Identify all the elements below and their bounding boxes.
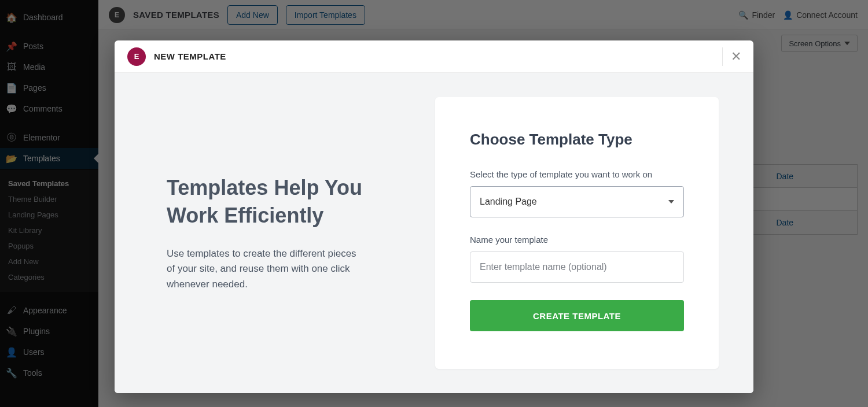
template-type-select[interactable]: Landing Page (470, 186, 684, 217)
modal-info-body: Use templates to create the different pi… (167, 246, 363, 292)
new-template-modal: E NEW TEMPLATE ✕ Templates Help You Work… (115, 40, 753, 393)
chevron-down-icon (668, 200, 674, 204)
template-type-label: Select the type of template you want to … (470, 169, 684, 179)
modal-close-button[interactable]: ✕ (722, 47, 741, 66)
template-name-label: Name your template (470, 235, 684, 245)
template-name-input[interactable] (470, 251, 684, 283)
template-type-value: Landing Page (480, 197, 537, 207)
close-icon: ✕ (731, 49, 741, 64)
modal-header: E NEW TEMPLATE ✕ (115, 40, 753, 73)
create-template-button[interactable]: CREATE TEMPLATE (470, 300, 684, 331)
modal-form-panel: Choose Template Type Select the type of … (435, 97, 719, 369)
modal-info-heading: Templates Help You Work Efficiently (167, 174, 400, 230)
modal-body: Templates Help You Work Efficiently Use … (115, 73, 753, 393)
elementor-logo-icon: E (127, 47, 146, 66)
modal-title: NEW TEMPLATE (154, 51, 226, 61)
modal-info-panel: Templates Help You Work Efficiently Use … (115, 73, 435, 393)
modal-form-heading: Choose Template Type (470, 131, 684, 149)
